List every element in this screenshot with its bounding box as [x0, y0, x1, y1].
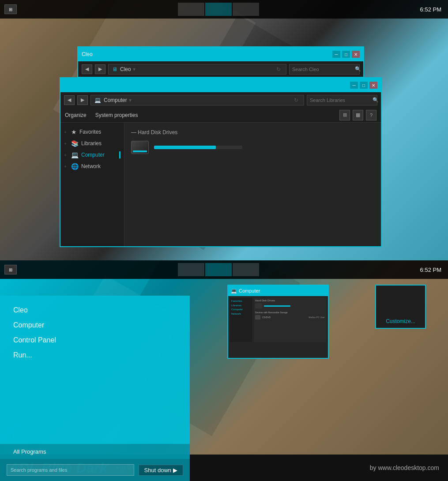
explorer-body: + ★ Favorites + 📚 Libraries + 💻 Computer…: [60, 123, 381, 246]
preview-title-label: Computer: [239, 288, 260, 293]
computer-icon: 💻: [71, 151, 79, 158]
view-list-btn[interactable]: ▦: [353, 110, 363, 120]
top-section: ⊞ 6:52 PM Cleo ─ □ ✕ ◀ ▶ 🖥 Cleo ▾: [0, 0, 448, 260]
start-menu-bottom-bar: Shut down ▶: [0, 459, 190, 481]
back-btn-front[interactable]: ◀: [64, 95, 75, 105]
section-header-hdd: — Hard Disk Drives: [131, 129, 374, 135]
computer-preview-thumb[interactable]: 💻 Computer FavoritesLibrariesComputerNet…: [227, 285, 329, 359]
customize-thumb[interactable]: Customize...: [375, 285, 426, 329]
customize-label[interactable]: Customize...: [386, 318, 415, 324]
active-indicator: [119, 151, 120, 158]
explorer-window-front: ─ □ ✕ ◀ ▶ 💻 Computer ▾ ↻ 🔍 Organize Syst…: [60, 77, 382, 247]
explorer-window-back: Cleo ─ □ ✕ ◀ ▶ 🖥 Cleo ▾ ↻ 🔍: [77, 46, 364, 78]
taskbar-tab-3[interactable]: [233, 3, 259, 16]
start-menu-item-computer[interactable]: Computer: [13, 319, 177, 331]
expand-favorites-icon: +: [64, 130, 68, 135]
view-tiles-btn[interactable]: ⊞: [339, 110, 350, 120]
expand-computer-icon: +: [64, 153, 68, 158]
taskbar-tabs-top: [178, 3, 259, 16]
taskbar-bottom: ⊞ 6:52 PM: [0, 260, 448, 279]
start-menu-body: Cleo Computer Control Panel Run...: [0, 296, 190, 444]
forward-btn-front[interactable]: ▶: [77, 95, 88, 105]
addressbar-front: ◀ ▶ 💻 Computer ▾ ↻ 🔍: [60, 92, 381, 108]
forward-btn-back[interactable]: ▶: [95, 64, 105, 74]
preview-body: FavoritesLibrariesComputerNetwork Hard D…: [228, 296, 328, 358]
minimize-btn-front[interactable]: ─: [350, 82, 358, 89]
taskbar-tab-b2[interactable]: [205, 263, 232, 276]
preview-titlebar: 💻 Computer: [228, 286, 328, 296]
explorer-main-content: — Hard Disk Drives: [124, 123, 381, 246]
maximize-btn-back[interactable]: □: [342, 51, 350, 58]
search-programs-box[interactable]: [7, 464, 134, 476]
favorites-icon: ★: [71, 128, 77, 135]
bottom-section: ⊞ 6:52 PM Cleo Computer Control Panel Ru…: [0, 260, 448, 481]
sidebar-panel: + ★ Favorites + 📚 Libraries + 💻 Computer…: [60, 123, 124, 246]
help-btn[interactable]: ?: [366, 110, 376, 120]
start-menu: Cleo Computer Control Panel Run... All P…: [0, 296, 190, 481]
taskbar-top: ⊞ 6:52 PM: [0, 0, 448, 19]
all-programs-section: All Programs: [0, 444, 190, 459]
hdd-item: [131, 141, 374, 154]
clock-top: 6:52 PM: [420, 6, 448, 13]
shutdown-button[interactable]: Shut down ▶: [139, 465, 183, 476]
preview-computer-icon: 💻: [231, 288, 237, 294]
explorer-toolbar: Organize System properties ⊞ ▦ ?: [60, 108, 381, 123]
titlebar-front: ─ □ ✕: [60, 78, 381, 92]
search-icon-front: 🔍: [373, 97, 379, 103]
all-programs-label[interactable]: All Programs: [13, 448, 46, 455]
network-label: Network: [81, 163, 101, 169]
favorites-label: Favorites: [79, 129, 101, 135]
hdd-progress-fill: [154, 146, 216, 149]
start-menu-item-run[interactable]: Run...: [13, 349, 177, 361]
expand-libraries-icon: +: [64, 141, 68, 146]
back-btn-back[interactable]: ◀: [82, 64, 92, 74]
search-box-back[interactable]: 🔍: [289, 64, 360, 75]
sidebar-item-favorites[interactable]: + ★ Favorites: [60, 126, 124, 138]
shutdown-label: Shut down: [144, 467, 171, 473]
libraries-label: Libraries: [81, 140, 102, 147]
start-menu-item-cleo[interactable]: Cleo: [13, 304, 177, 316]
maximize-btn-front[interactable]: □: [360, 82, 368, 89]
addressbar-back: ◀ ▶ 🖥 Cleo ▾ ↻ 🔍: [78, 61, 363, 77]
sidebar-item-libraries[interactable]: + 📚 Libraries: [60, 138, 124, 149]
search-box-front[interactable]: 🔍: [307, 95, 377, 105]
start-button-bottom[interactable]: ⊞: [4, 265, 17, 274]
computer-label: Computer: [81, 152, 105, 158]
clock-bottom: 6:52 PM: [420, 267, 448, 273]
toolbar-icons: ⊞ ▦ ?: [339, 110, 376, 120]
libraries-icon: 📚: [71, 140, 79, 147]
titlebar-back: Cleo ─ □ ✕: [78, 47, 363, 61]
search-input-back[interactable]: [292, 67, 353, 72]
system-properties-btn[interactable]: System properties: [95, 112, 138, 118]
footer-byline: by www.cleodesktop.com: [370, 464, 439, 471]
network-icon: 🌐: [71, 163, 79, 170]
taskbar-tab-1[interactable]: [178, 3, 204, 16]
hdd-progress-bar: [154, 146, 242, 149]
organize-btn[interactable]: Organize: [65, 112, 87, 118]
search-programs-input[interactable]: [11, 467, 130, 473]
taskbar-tabs-bottom: [178, 263, 259, 276]
explorer-back-title: Cleo: [82, 51, 93, 57]
minimize-btn-back[interactable]: ─: [332, 51, 340, 58]
search-icon-back: 🔍: [355, 66, 361, 72]
taskbar-tab-2[interactable]: [205, 3, 232, 16]
close-btn-back[interactable]: ✕: [352, 51, 360, 58]
close-btn-front[interactable]: ✕: [369, 82, 377, 89]
address-path-front[interactable]: 💻 Computer ▾ ↻: [90, 95, 304, 105]
sidebar-item-computer[interactable]: + 💻 Computer: [60, 149, 124, 161]
taskbar-tab-b3[interactable]: [233, 263, 259, 276]
taskbar-tab-b1[interactable]: [178, 263, 204, 276]
search-input-front[interactable]: [310, 98, 371, 103]
start-menu-item-control-panel[interactable]: Control Panel: [13, 334, 177, 346]
expand-network-icon: +: [64, 164, 68, 169]
start-button-top[interactable]: ⊞: [4, 4, 17, 14]
sidebar-item-network[interactable]: + 🌐 Network: [60, 161, 124, 172]
address-path-back[interactable]: 🖥 Cleo ▾ ↻: [108, 64, 286, 75]
shutdown-arrow-icon: ▶: [173, 467, 177, 473]
hdd-icon: [131, 141, 149, 154]
